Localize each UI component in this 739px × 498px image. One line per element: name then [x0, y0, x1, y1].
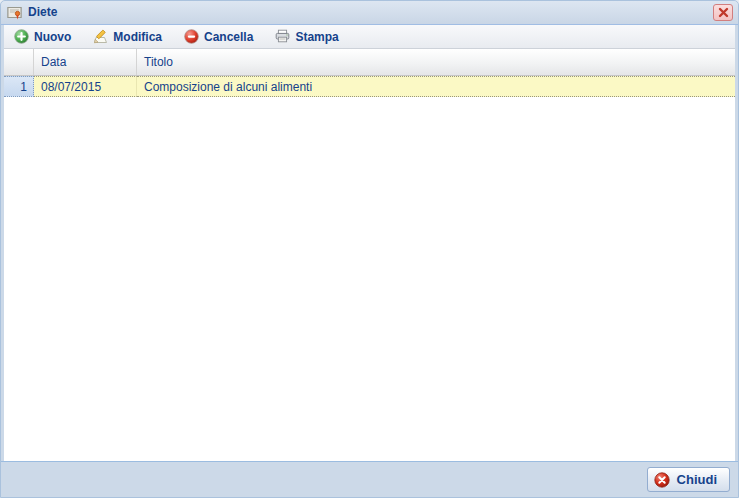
nuovo-button[interactable]: Nuovo: [9, 26, 76, 47]
modifica-button[interactable]: Modifica: [88, 26, 167, 47]
grid-header: Data Titolo: [4, 49, 735, 76]
modifica-button-label: Modifica: [113, 30, 162, 44]
stampa-button-label: Stampa: [295, 30, 338, 44]
cancella-button-label: Cancella: [204, 30, 253, 44]
chiudi-button[interactable]: Chiudi: [647, 467, 730, 492]
column-header-data[interactable]: Data: [34, 49, 137, 75]
row-data-cell: 08/07/2015: [34, 76, 137, 97]
stampa-button[interactable]: Stampa: [270, 26, 343, 47]
pencil-icon: [93, 29, 108, 44]
remove-icon: [184, 29, 199, 44]
close-x-icon: [718, 7, 729, 18]
printer-icon: [275, 29, 290, 44]
chiudi-button-label: Chiudi: [677, 472, 717, 487]
close-circle-icon: [654, 472, 670, 488]
column-header-data-label: Data: [41, 55, 66, 69]
diete-report-icon: [7, 5, 23, 21]
window-close-button[interactable]: [713, 4, 733, 21]
row-titolo-cell: Composizione di alcuni alimenti: [137, 76, 735, 97]
toolbar: Nuovo Modifica: [4, 25, 735, 49]
table-row[interactable]: 1 08/07/2015 Composizione di alcuni alim…: [4, 76, 735, 97]
footer-bar: Chiudi: [1, 461, 738, 497]
diete-grid: Data Titolo 1 08/07/2015 Composizione di…: [4, 49, 735, 461]
diete-window: Diete: [0, 0, 739, 498]
cancella-button[interactable]: Cancella: [179, 26, 258, 47]
add-icon: [14, 29, 29, 44]
window-title: Diete: [28, 6, 57, 19]
column-header-titolo[interactable]: Titolo: [137, 49, 735, 75]
nuovo-button-label: Nuovo: [34, 30, 71, 44]
window-titlebar: Diete: [1, 1, 738, 25]
grid-empty-area: [4, 97, 735, 461]
column-header-titolo-label: Titolo: [144, 55, 173, 69]
row-number-cell: 1: [4, 76, 34, 97]
column-header-rownumber[interactable]: [4, 49, 34, 75]
